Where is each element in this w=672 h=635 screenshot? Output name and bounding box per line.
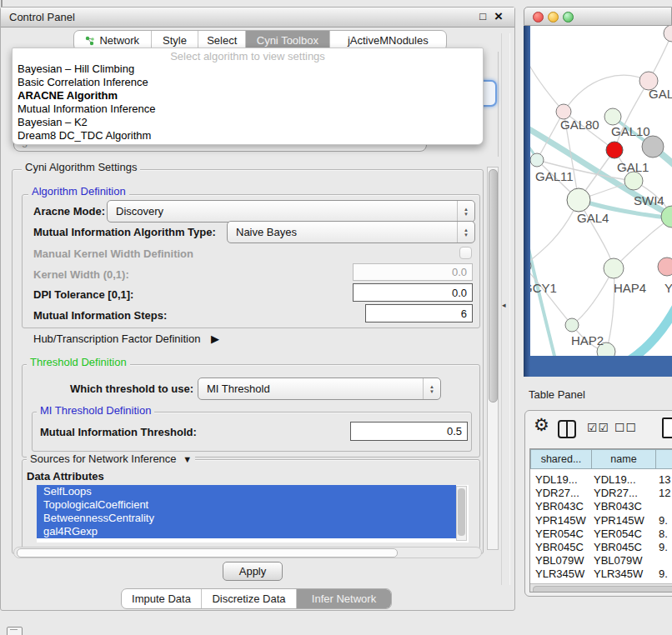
- panel-toggle-icon[interactable]: [7, 627, 23, 635]
- node-red[interactable]: [606, 142, 623, 158]
- splitter-collapse-arrow-icon[interactable]: ◂: [502, 301, 506, 309]
- hidden-groupbox-edge: [498, 52, 499, 157]
- node-hap4[interactable]: [604, 258, 624, 278]
- aracne-mode-combo[interactable]: Discovery ▲▼: [107, 200, 475, 222]
- dpi-tolerance-field[interactable]: 0.0: [353, 283, 473, 302]
- combo-stepper-icon: ▲▼: [457, 222, 474, 242]
- tab-infer-network[interactable]: Infer Network: [296, 589, 391, 608]
- expander-right-arrow-icon: ▶: [211, 332, 219, 345]
- node-gal4[interactable]: [567, 188, 590, 212]
- node-gal1[interactable]: [624, 172, 643, 190]
- svg-text:GAL: GAL: [649, 87, 672, 101]
- panel-edge-line: [501, 33, 502, 585]
- svg-text:GAL4: GAL4: [577, 211, 609, 225]
- table-panel-title: Table Panel: [529, 388, 585, 401]
- hub-expander[interactable]: Hub/Transcription Factor Definition ▶: [33, 332, 219, 345]
- algorithm-dropdown-popup: Select algorithm to view settings Bayesi…: [12, 48, 484, 145]
- svg-text:GAL80: GAL80: [560, 118, 599, 132]
- mi-steps-field[interactable]: 6: [365, 304, 473, 322]
- data-attributes-label: Data Attributes: [27, 470, 104, 482]
- mi-steps-label: Mutual Information Steps:: [33, 309, 167, 322]
- list-item-betweenness[interactable]: BetweennessCentrality: [37, 512, 456, 525]
- network-canvas[interactable]: GAL GAL80 GAL10 GAL11 GAL1 GAL4 SWI4 GCY…: [530, 26, 672, 356]
- table-hscrollbar[interactable]: [530, 583, 672, 592]
- hub-expander-label: Hub/Transcription Factor Definition: [33, 332, 200, 345]
- which-threshold-combo[interactable]: MI Threshold ▲▼: [198, 378, 441, 400]
- node-gal11[interactable]: [530, 153, 544, 167]
- settings-hscrollbar-thumb[interactable]: [17, 548, 398, 558]
- close-button[interactable]: [533, 12, 544, 22]
- screen: { "control_panel": { "title": "Control P…: [0, 0, 672, 635]
- column-header-cutoff[interactable]: A: [655, 449, 672, 469]
- data-attributes-list: SelfLoops TopologicalCoefficient Between…: [37, 485, 469, 542]
- mi-threshold-field[interactable]: 0.5: [350, 422, 468, 441]
- cyni-settings-group-title: Cyni Algorithm Settings: [22, 161, 140, 173]
- zoom-button[interactable]: [563, 12, 574, 22]
- node-gal10[interactable]: [604, 108, 621, 125]
- list-scrollbar-thumb[interactable]: [458, 488, 465, 536]
- list-item-gal4rgexp[interactable]: gal4RGexp: [37, 525, 456, 538]
- sources-group-title[interactable]: Sources for Network Inference ▼: [27, 452, 195, 465]
- network-window-titlebar[interactable]: [524, 7, 672, 26]
- apply-button[interactable]: Apply: [223, 562, 283, 581]
- svg-text:HAP4: HAP4: [614, 281, 646, 295]
- column-header-shared-name[interactable]: shared...: [530, 449, 592, 469]
- tab-network-label: Network: [99, 34, 139, 47]
- mi-threshold-group-title: MI Threshold Definition: [37, 404, 154, 417]
- algorithm-option-bayesian-k2[interactable]: Bayesian – K2: [13, 116, 483, 129]
- combo-stepper-icon: ▲▼: [457, 201, 474, 222]
- algorithm-definition-title: Algorithm Definition: [28, 185, 129, 198]
- settings-scrollbar[interactable]: [487, 167, 499, 550]
- svg-text:Y: Y: [664, 281, 672, 295]
- split-columns-icon[interactable]: [558, 420, 576, 438]
- dpi-tolerance-label: DPI Tolerance [0,1]:: [33, 288, 133, 301]
- list-item-selfloops[interactable]: SelfLoops: [37, 485, 456, 498]
- expander-down-arrow-icon: ▼: [183, 454, 192, 464]
- node-gray[interactable]: [642, 136, 664, 158]
- node-y-pink[interactable]: [658, 258, 672, 276]
- node-hap2[interactable]: [565, 318, 579, 332]
- close-icon[interactable]: ×: [494, 8, 503, 25]
- svg-text:GAL11: GAL11: [535, 169, 574, 183]
- mi-type-combo[interactable]: Naive Bayes ▲▼: [227, 221, 475, 243]
- tab-impute-data[interactable]: Impute Data: [122, 589, 201, 608]
- list-item-topological[interactable]: TopologicalCoefficient: [37, 498, 456, 512]
- control-panel-titlebar: Control Panel □ ×: [1, 8, 514, 28]
- combo-stepper-icon: ▲▼: [423, 378, 440, 399]
- manual-kernel-checkbox[interactable]: [459, 247, 472, 259]
- network-icon: [85, 36, 95, 46]
- table-panel: ⚙ ☑☑ ☐☐ shared... name A YDL19... YDL19.…: [524, 410, 672, 597]
- deselect-all-icon[interactable]: ☐☐: [614, 421, 637, 434]
- algorithm-option-basic-correlation[interactable]: Basic Correlation Inference: [13, 76, 483, 89]
- svg-text:HAP2: HAP2: [571, 333, 604, 348]
- float-window-icon[interactable]: □: [479, 10, 486, 22]
- minimize-button[interactable]: [548, 12, 559, 22]
- algorithm-option-bayesian-hill-climbing[interactable]: Bayesian – Hill Climbing: [13, 62, 483, 76]
- svg-text:SWI4: SWI4: [634, 193, 664, 208]
- select-all-icon[interactable]: ☑☑: [587, 421, 609, 434]
- table-hscrollbar-thumb[interactable]: [533, 586, 672, 592]
- algorithm-option-aracne[interactable]: ARACNE Algorithm: [13, 89, 483, 102]
- node-top-right[interactable]: [664, 26, 672, 42]
- kernel-width-field[interactable]: 0.0: [353, 263, 473, 281]
- aracne-mode-label: Aracne Mode:: [33, 205, 105, 218]
- panel-edge-line2: [509, 33, 510, 585]
- settings-scrollbar-thumb[interactable]: [489, 169, 498, 402]
- algorithm-option-dream8[interactable]: Dream8 DC_TDC Algorithm: [13, 129, 483, 142]
- control-panel-title: Control Panel: [9, 8, 75, 27]
- network-nodes: [530, 26, 672, 356]
- kernel-width-label: Kernel Width (0,1):: [33, 268, 129, 281]
- svg-text:GAL10: GAL10: [611, 124, 650, 138]
- network-view-frame: GAL GAL80 GAL10 GAL11 GAL1 GAL4 SWI4 GCY…: [524, 26, 672, 377]
- gear-icon[interactable]: ⚙: [534, 415, 549, 435]
- which-threshold-label: Which threshold to use:: [70, 382, 193, 395]
- tab-discretize-data[interactable]: Discretize Data: [201, 589, 296, 608]
- list-scrollbar[interactable]: [456, 486, 467, 541]
- document-icon[interactable]: [662, 418, 672, 438]
- attribute-table: shared... name A YDL19... YDL19... 13 YD…: [529, 448, 672, 592]
- algorithm-option-mutual-information[interactable]: Mutual Information Inference: [13, 102, 483, 116]
- mi-type-label: Mutual Information Algorithm Type:: [33, 226, 216, 238]
- cyni-bottom-tabbar: Impute Data Discretize Data Infer Networ…: [121, 588, 392, 609]
- settings-hscrollbar[interactable]: [13, 547, 482, 558]
- column-header-name[interactable]: name: [591, 449, 656, 469]
